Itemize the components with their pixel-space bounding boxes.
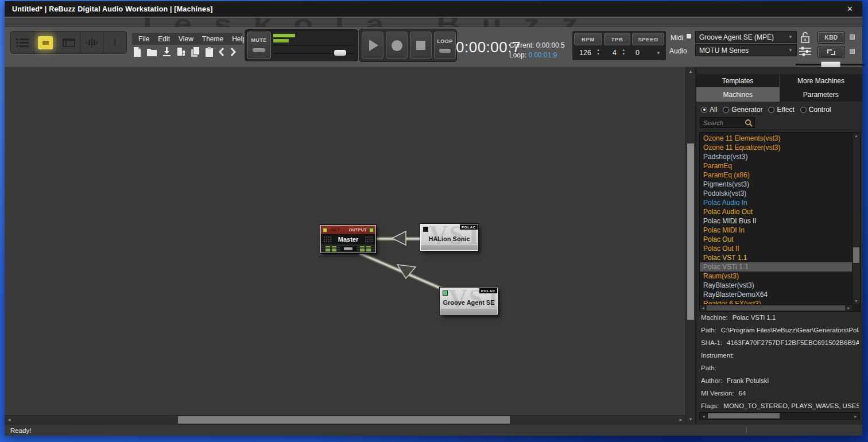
machine-list-item[interactable]: Polac MIDI Bus II [700, 216, 852, 226]
mute-led [253, 48, 265, 52]
audio-device-select[interactable]: MOTU M Series ▼ [695, 44, 797, 56]
kbd-button[interactable]: KBD [817, 32, 845, 44]
stop-button[interactable] [410, 32, 432, 59]
menu-item[interactable]: Edit [158, 35, 170, 43]
machine-list-item[interactable]: RayBlaster(vst3) [700, 281, 852, 290]
wave-view-button[interactable] [80, 32, 103, 53]
expand-checkbox[interactable] [849, 48, 855, 55]
search-input[interactable] [700, 119, 745, 126]
close-icon[interactable]: ✕ [847, 5, 853, 13]
machine-list-item[interactable]: Raum(vst3) [700, 272, 852, 281]
machine-list-item[interactable]: Polac Out [700, 235, 852, 244]
machine-list-item[interactable]: Padshop(vst3) [700, 152, 852, 161]
scroll-right-icon[interactable]: ► [847, 306, 851, 310]
record-button[interactable] [386, 32, 408, 59]
play-button[interactable] [362, 32, 383, 59]
panel-tab[interactable]: More Machines [780, 74, 862, 87]
back-icon[interactable] [219, 48, 224, 56]
machine-list-item[interactable]: Ozone 11 Elements(vst3) [700, 134, 852, 143]
panel-tab[interactable]: Templates [696, 74, 780, 87]
machine-canvas[interactable]: .NET OUTPUT Master [5, 67, 685, 415]
bpm-stepper[interactable]: ▲▼ [596, 48, 600, 56]
info-label: Instrument: [701, 352, 734, 359]
loop-button[interactable]: LOOP [434, 32, 456, 59]
bpm-button[interactable]: BPM [574, 33, 602, 45]
menu-item[interactable]: View [179, 35, 193, 43]
machine-list-vscroll-thumb[interactable] [853, 247, 859, 263]
mixer-settings-icon[interactable] [799, 46, 811, 56]
forward-icon[interactable] [230, 48, 236, 56]
sequencer-view-button[interactable] [57, 32, 80, 53]
zoom-slider-track[interactable] [796, 64, 865, 65]
pattern-view-button[interactable] [11, 32, 34, 53]
connection-arrow-halion[interactable] [392, 231, 406, 245]
machine-list-item[interactable]: Podolski(vst3) [700, 189, 852, 198]
open-folder-icon[interactable] [147, 48, 157, 56]
machine-list-item[interactable]: Polac VSTi 1.1 [700, 262, 852, 272]
scroll-left-icon[interactable]: ◄ [701, 306, 705, 310]
unlock-icon[interactable] [800, 32, 810, 44]
panel-tab[interactable]: Parameters [780, 87, 863, 102]
filter-radio[interactable]: Control [800, 106, 831, 114]
tpb-stepper[interactable]: ▲▼ [622, 48, 625, 56]
scroll-right-icon[interactable]: ► [679, 416, 683, 425]
machine-node-halion[interactable]: VST POLAC HALion Sonic [420, 224, 478, 251]
machine-list-item[interactable]: Polac MIDI In [700, 226, 852, 235]
halion-led [423, 227, 428, 232]
machine-node-groove-agent[interactable]: VST POLAC Groove Agent SE [440, 288, 498, 315]
canvas-vertical-scrollbar[interactable]: ▲ ▼ [685, 67, 696, 424]
machine-list-item[interactable]: ParamEq (x86) [700, 170, 852, 180]
mute-button[interactable]: MUTE [247, 32, 271, 59]
menu-item[interactable]: File [138, 35, 149, 43]
machine-list-item[interactable]: Polac Audio In [700, 198, 852, 207]
info-hscrollbar[interactable]: ◄ ► [699, 412, 860, 420]
save-as-icon[interactable] [177, 47, 185, 56]
info-view-button[interactable]: i [104, 32, 126, 53]
machine-list-item[interactable]: Polac VST 1.1 [700, 253, 852, 262]
machine-list-item[interactable]: Polac Audio Out [700, 207, 852, 216]
machine-node-master[interactable]: .NET OUTPUT Master [320, 225, 376, 253]
scroll-left-icon[interactable]: ◄ [7, 416, 11, 425]
scroll-down-icon[interactable]: ▼ [688, 415, 693, 424]
machine-list-hscroll-thumb[interactable] [707, 305, 845, 311]
copy-icon[interactable] [191, 47, 200, 57]
scroll-down-icon[interactable]: ▼ [854, 299, 858, 303]
midi-device-select[interactable]: Groove Agent SE (MPE) ▼ [695, 31, 797, 43]
machine-list-item[interactable]: Reaktor 6 FX(vst3) [700, 299, 852, 304]
machine-list-item[interactable]: RayBlasterDemoX64 [700, 290, 852, 299]
new-file-icon[interactable] [133, 47, 141, 57]
scroll-up-icon[interactable]: ▲ [688, 67, 693, 76]
speed-dropdown-caret[interactable]: ▼ [656, 51, 661, 56]
filter-radio[interactable]: Effect [768, 106, 794, 114]
search-icon[interactable] [745, 119, 753, 127]
scroll-up-icon[interactable]: ▲ [854, 134, 858, 138]
canvas-hscroll-thumb[interactable] [178, 416, 510, 424]
machine-list-item[interactable]: Ozone 11 Equalizer(vst3) [700, 143, 852, 152]
machine-list-item[interactable]: Pigments(vst3) [700, 180, 852, 189]
machine-list-vscrollbar[interactable]: ▲ ▼ [852, 133, 860, 304]
panel-tab[interactable]: Machines [696, 87, 780, 102]
kbd-checkbox[interactable] [849, 34, 855, 40]
volume-slider-thumb[interactable] [334, 50, 346, 56]
scroll-right-icon[interactable]: ► [854, 414, 858, 418]
save-icon[interactable] [162, 47, 171, 56]
machine-list-item[interactable]: Polac Out II [700, 244, 852, 253]
scroll-left-icon[interactable]: ◄ [702, 414, 706, 418]
canvas-horizontal-scrollbar[interactable]: ◄ ► [5, 415, 685, 424]
speed-button[interactable]: SPEED [632, 33, 664, 45]
master-volume-slider[interactable] [340, 246, 356, 251]
canvas-vscroll-thumb[interactable] [687, 144, 694, 320]
machine-list-item[interactable]: ParamEq [700, 161, 852, 170]
filter-radio[interactable]: Generator [723, 106, 762, 114]
machine-list-hscrollbar[interactable]: ◄ ► [700, 304, 852, 311]
tpb-button[interactable]: TPB [604, 33, 630, 45]
expand-button[interactable] [817, 46, 845, 58]
speed-value[interactable]: 0 [636, 49, 640, 57]
paste-icon[interactable] [206, 47, 213, 57]
info-hscroll-thumb[interactable] [708, 413, 780, 418]
filter-radio[interactable]: All [701, 106, 717, 114]
bpm-value[interactable]: 126 [579, 49, 591, 57]
tpb-value[interactable]: 4 [613, 49, 617, 57]
menu-item[interactable]: Theme [202, 35, 223, 43]
machine-view-button[interactable] [34, 32, 57, 53]
